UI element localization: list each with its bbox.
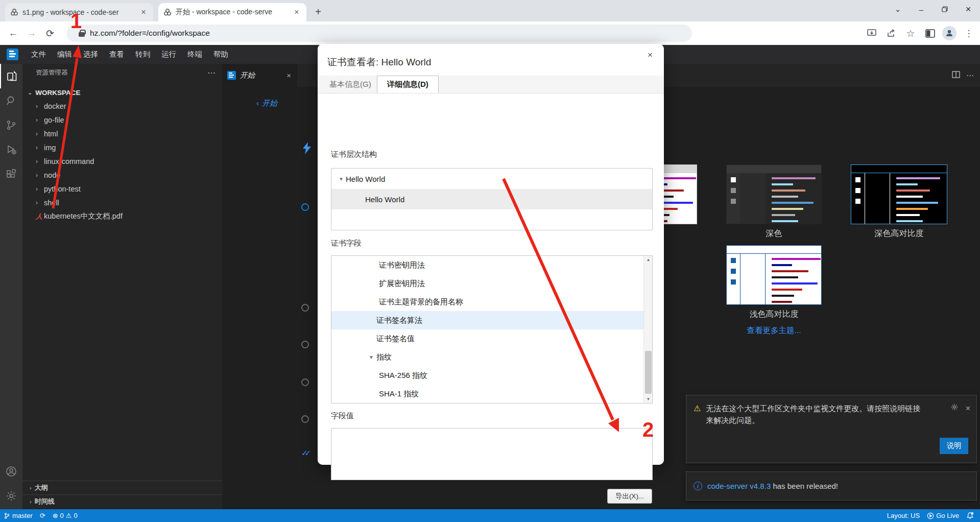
warnings-icon: ⚠ <box>66 512 72 519</box>
tab-close-icon[interactable]: × <box>139 8 148 17</box>
certificate-field-row[interactable]: SHA-1 指纹 <box>331 385 652 403</box>
workspace-root[interactable]: ⌄ WORKSPACE <box>22 86 222 99</box>
branch-indicator[interactable]: master <box>0 509 36 522</box>
certificate-field-row[interactable]: 证书主题背景的备用名称 <box>331 293 652 311</box>
hierarchy-row[interactable]: Hello World <box>331 189 652 209</box>
menu-item[interactable]: 编辑 <box>52 50 78 59</box>
browser-tab-1[interactable]: s1.png - workspace - code-ser × <box>5 3 153 21</box>
tree-item-img[interactable]: ›img <box>22 140 222 154</box>
menu-item[interactable]: 选择 <box>78 50 104 59</box>
outline-section[interactable]: › 大纲 <box>22 481 222 494</box>
hierarchy-row[interactable]: ▼Hello World <box>331 169 652 189</box>
release-link[interactable]: code-server v4.8.3 <box>707 482 771 490</box>
tree-item-kubernetes中文文档.pdf[interactable]: 人kubernetes中文文档.pdf <box>22 209 222 223</box>
steps-complete-check-icon[interactable]: ✓✓ <box>301 448 308 458</box>
theme-tile-dark-hc[interactable] <box>851 164 947 224</box>
step-circle-icon[interactable] <box>301 304 309 312</box>
step-circle-icon[interactable] <box>301 415 309 423</box>
more-themes-link[interactable]: 查看更多主题... <box>727 325 821 336</box>
install-app-icon[interactable] <box>865 26 879 40</box>
timeline-section[interactable]: › 时间线 <box>22 494 222 508</box>
run-debug-icon[interactable] <box>0 137 22 162</box>
url-text[interactable]: hz.com/?folder=/config/workspace <box>90 29 210 38</box>
tree-item-go-file[interactable]: ›go-file <box>22 113 222 127</box>
scroll-up-icon[interactable]: ▲ <box>644 257 653 262</box>
certificate-field-row[interactable]: ▼指纹 <box>331 348 652 366</box>
notification-settings-gear-icon[interactable] <box>950 402 959 426</box>
split-screen-icon[interactable] <box>923 26 937 40</box>
menu-item[interactable]: 运行 <box>156 50 182 59</box>
menu-item[interactable]: 文件 <box>26 50 52 59</box>
certificate-field-row[interactable]: 证书签名算法 <box>331 311 652 329</box>
sync-icon[interactable]: ⟳ <box>36 509 49 522</box>
release-notification: i code-server v4.8.3 has been released! <box>686 471 977 501</box>
more-actions-icon[interactable]: ⋯ <box>966 71 974 80</box>
search-icon[interactable] <box>0 88 22 113</box>
favorites-star-icon[interactable]: ☆ <box>903 26 918 40</box>
maximize-icon[interactable] <box>933 5 957 14</box>
close-icon[interactable]: × <box>957 4 980 15</box>
scrollbar-thumb[interactable] <box>645 351 652 394</box>
step-circle-icon[interactable] <box>301 378 309 386</box>
tree-item-docker[interactable]: ›docker <box>22 99 222 113</box>
tab-general[interactable]: 基本信息(G) <box>329 80 371 89</box>
problems-indicator[interactable]: ⊗0 ⚠0 <box>49 509 81 522</box>
tab-search-icon[interactable]: ⌄ <box>886 5 910 14</box>
new-tab-button[interactable]: + <box>310 4 326 19</box>
expander-icon[interactable]: ▼ <box>339 176 346 182</box>
hierarchy-row[interactable] <box>331 209 652 230</box>
instructions-button[interactable]: 说明 <box>940 438 968 454</box>
certificate-field-row[interactable]: SHA-256 指纹 <box>331 366 652 385</box>
certificate-field-row[interactable]: 证书密钥用法 <box>331 256 652 274</box>
notifications-bell-icon[interactable] <box>963 509 980 522</box>
tab-close-icon[interactable]: × <box>292 8 301 17</box>
scrollbar[interactable]: ▲ ▼ <box>643 256 652 403</box>
certificate-field-row[interactable]: 证书签名值 <box>331 329 652 348</box>
tree-item-node[interactable]: ›node <box>22 168 222 182</box>
expander-icon[interactable]: ▼ <box>369 354 376 360</box>
step-circle-icon[interactable] <box>301 203 309 211</box>
account-icon[interactable] <box>0 459 22 484</box>
close-icon[interactable]: × <box>286 71 291 80</box>
tree-item-shell[interactable]: ›shell <box>22 196 222 209</box>
source-control-icon[interactable] <box>0 113 22 137</box>
more-actions-icon[interactable]: ⋯ <box>207 68 216 78</box>
go-live-button[interactable]: Go Live <box>923 509 963 522</box>
certificate-field-row[interactable]: 扩展密钥用法 <box>331 274 652 293</box>
theme-tile-light-hc[interactable] <box>726 245 822 305</box>
step-circle-icon[interactable] <box>301 341 309 348</box>
notification-close-icon[interactable]: × <box>966 402 970 426</box>
profile-avatar[interactable] <box>942 26 957 40</box>
extensions-icon[interactable] <box>0 162 22 186</box>
layout-indicator[interactable]: Layout: US <box>883 509 923 522</box>
field-value-box[interactable] <box>331 428 653 480</box>
tree-item-python-test[interactable]: ›python-test <box>22 182 222 196</box>
menu-item[interactable]: 转到 <box>130 50 156 59</box>
forward-icon[interactable]: → <box>22 28 41 39</box>
settings-gear-icon[interactable] <box>0 484 22 508</box>
tree-item-linux-command[interactable]: ›linux-command <box>22 154 222 168</box>
menu-item[interactable]: 帮助 <box>208 50 234 59</box>
getting-started-back-link[interactable]: ‹开始 <box>256 99 277 108</box>
browser-tab-2[interactable]: 开始 - workspace - code-serve × <box>158 3 306 21</box>
menu-item[interactable]: 终端 <box>182 50 208 59</box>
reload-icon[interactable]: ⟳ <box>41 28 59 39</box>
split-editor-icon[interactable] <box>952 70 960 80</box>
close-icon[interactable]: × <box>644 50 656 60</box>
browser-menu-icon[interactable]: ⋮ <box>962 26 976 40</box>
export-button[interactable]: 导出(X)... <box>607 489 652 504</box>
back-icon[interactable]: ← <box>4 28 22 39</box>
theme-tile-dark[interactable] <box>726 164 822 224</box>
address-bar[interactable]: hz.com/?folder=/config/workspace <box>66 25 692 42</box>
minimize-icon[interactable]: – <box>910 5 933 14</box>
lock-icon[interactable] <box>79 32 85 37</box>
chevron-right-icon: › <box>36 172 44 179</box>
tab-title: 开始 - workspace - code-serve <box>176 8 288 17</box>
explorer-icon[interactable] <box>0 64 22 88</box>
share-icon[interactable] <box>884 26 898 40</box>
tab-details[interactable]: 详细信息(D) <box>377 76 439 93</box>
tree-item-html[interactable]: ›html <box>22 127 222 140</box>
scroll-down-icon[interactable]: ▼ <box>644 397 653 401</box>
menu-item[interactable]: 查看 <box>104 50 130 59</box>
editor-tab-getting-started[interactable]: 开始 × <box>222 64 297 87</box>
